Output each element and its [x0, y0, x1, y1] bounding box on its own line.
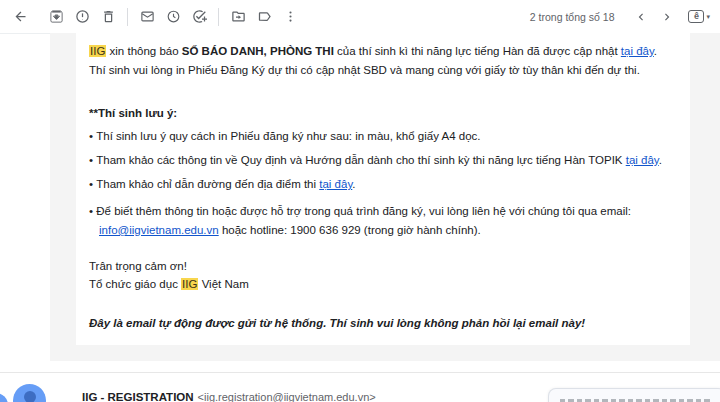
sender-name: IIG - REGISTRATION [82, 391, 194, 402]
email-body-card: IIG xin thông báo SỐ BÁO DANH, PHÒNG THI… [76, 33, 690, 345]
bullet-marker: • [89, 205, 93, 217]
move-to-folder-icon [231, 9, 246, 24]
search-highlight: IIG [181, 278, 198, 290]
email-closing-org: Tổ chức giáo dục IIG Việt Nam [89, 275, 685, 294]
email-closing-thanks: Trân trọng cảm ơn! [89, 257, 685, 276]
email-paragraph: Thí sinh vui lòng in Phiếu Đăng Ký dự th… [89, 61, 685, 80]
envelope-icon [140, 9, 155, 24]
clipped-popup [548, 388, 720, 402]
partial-avatar [0, 393, 8, 402]
email-text: Tham khảo chỉ dẫn đường đến địa điểm thi [96, 178, 319, 190]
email-text: . [654, 45, 657, 57]
more-options-button[interactable] [277, 4, 303, 30]
email-text: . [659, 154, 662, 166]
toolbar-left-group [0, 0, 303, 33]
email-text: Việt Nam [198, 278, 248, 290]
trash-icon [101, 9, 116, 24]
chevron-left-icon [634, 10, 648, 24]
back-button[interactable] [7, 4, 33, 30]
bullet-marker: • [89, 178, 93, 190]
input-tools-caret-icon: ▾ [706, 13, 710, 21]
email-paragraph: IIG xin thông báo SỐ BÁO DANH, PHÒNG THI… [89, 42, 685, 61]
archive-button[interactable] [43, 4, 69, 30]
email-text: Thí sinh vui lòng in Phiếu Đăng Ký dự th… [89, 64, 640, 76]
email-text: Tham khảo các thông tin về Quy định và H… [96, 154, 625, 166]
person-icon [24, 391, 36, 402]
email-text: Tổ chức giáo dục [89, 278, 181, 290]
snooze-button[interactable] [160, 4, 186, 30]
collapsed-message-header[interactable]: IIG - REGISTRATION<iig.registration@iigv… [82, 387, 376, 402]
add-task-icon [192, 9, 207, 24]
newer-email-button[interactable] [628, 4, 654, 30]
more-vert-icon [283, 9, 298, 24]
label-icon [257, 9, 272, 24]
delete-button[interactable] [95, 4, 121, 30]
link-tai-day-diadiem[interactable]: tại đây [319, 178, 352, 190]
input-tools-button[interactable]: ê ▾ [686, 8, 712, 25]
email-text-bold: **Thí sinh lưu ý: [89, 107, 177, 119]
bullet-marker: • [89, 154, 93, 166]
archive-icon [49, 9, 64, 24]
search-highlight: IIG [89, 45, 106, 57]
sender-avatar[interactable] [13, 384, 46, 402]
message-divider [0, 372, 720, 373]
email-bullet-item: • Thí sinh lưu ý quy cách in Phiếu đăng … [89, 127, 685, 146]
input-tools-icon: ê [688, 10, 704, 23]
email-text: . [352, 178, 355, 190]
email-auto-note: Đây là email tự động được gửi từ hệ thốn… [89, 314, 685, 333]
email-text: xin thông báo [106, 45, 181, 57]
email-text: Trân trọng cảm ơn! [89, 260, 187, 272]
email-text: Thí sinh lưu ý quy cách in Phiếu đăng ký… [96, 130, 480, 142]
pagination-count: 2 trong tổng số 18 [530, 11, 615, 23]
toolbar: 2 trong tổng số 18 ê ▾ [0, 0, 720, 34]
clock-icon [166, 9, 181, 24]
toolbar-separator [218, 8, 219, 26]
email-bullet-item: • Để biết thêm thông tin hoặc được hỗ tr… [89, 202, 685, 240]
link-tai-day-topik[interactable]: tại đây [626, 154, 659, 166]
sender-email: <iig.registration@iigvietnam.edu.vn> [198, 391, 376, 402]
email-text: hoặc hotline: 1900 636 929 (trong giờ hà… [219, 224, 481, 236]
email-text: Để biết thêm thông tin hoặc được hỗ trợ … [96, 205, 631, 217]
link-contact-email[interactable]: info@iigvietnam.edu.vn [99, 224, 219, 236]
add-to-tasks-button[interactable] [186, 4, 212, 30]
email-note-heading: **Thí sinh lưu ý: [89, 104, 685, 123]
back-arrow-icon [13, 9, 28, 24]
report-spam-button[interactable] [69, 4, 95, 30]
toolbar-right-group: 2 trong tổng số 18 ê ▾ [530, 4, 712, 30]
email-bullet-item: • Tham khảo chỉ dẫn đường đến địa điểm t… [89, 175, 685, 194]
chevron-right-icon [660, 10, 674, 24]
email-text-bold: SỐ BÁO DANH, PHÒNG THI [182, 45, 334, 57]
move-to-button[interactable] [225, 4, 251, 30]
email-text-bold-italic: Đây là email tự động được gửi từ hệ thốn… [89, 317, 585, 329]
report-spam-icon [75, 9, 90, 24]
mark-unread-button[interactable] [134, 4, 160, 30]
link-tai-day-sbd[interactable]: tại đây [621, 45, 654, 57]
gmail-message-view: { "toolbar": { "count_label": "2 trong t… [0, 0, 720, 402]
older-email-button[interactable] [654, 4, 680, 30]
bullet-marker: • [89, 130, 93, 142]
toolbar-separator [127, 8, 128, 26]
email-text: của thí sinh kì thi năng lực tiếng Hàn đ… [334, 45, 621, 57]
labels-button[interactable] [251, 4, 277, 30]
email-bullet-item: • Tham khảo các thông tin về Quy định và… [89, 151, 685, 170]
